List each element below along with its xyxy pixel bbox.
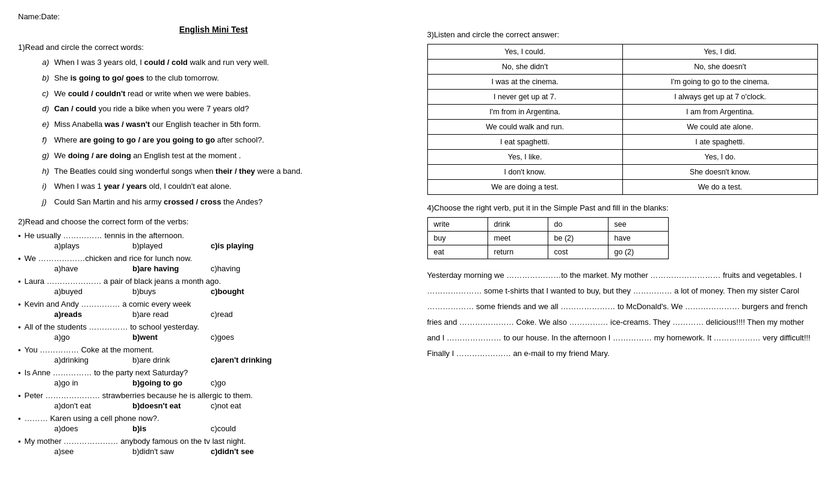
verb-cell: buy [427, 232, 488, 245]
verb-cell: eat [427, 245, 488, 259]
table-cell: Yes, I do. [622, 150, 817, 165]
mc-option: b)are drink [132, 355, 193, 364]
verb-cell: have [608, 232, 668, 245]
table-row: Yes, I could.Yes, I did. [427, 45, 818, 60]
table-cell: No, she didn't [427, 60, 622, 75]
mc-option: b)didn't saw [132, 447, 193, 456]
table-cell: I am from Argentina. [622, 105, 817, 120]
table-row: Yes, I like.Yes, I do. [427, 150, 818, 165]
mc-option: a)drinking [54, 355, 114, 364]
mc-item: •You …………… Coke at the moment.a)drinking… [18, 345, 409, 364]
table-cell: We are doing a test. [427, 180, 622, 195]
mc-option: c)having [211, 264, 271, 273]
section1-item: i)When I was 1 year / years old, I could… [42, 180, 409, 193]
section1-item: a)When I was 3 years old, I could / cold… [42, 57, 409, 69]
mc-option: b)is [132, 424, 193, 433]
mc-item: •My mother ………………… anybody famous on the… [18, 437, 409, 456]
mc-option: c)not eat [211, 401, 271, 410]
mc-option: c)is playing [211, 241, 271, 250]
section2-heading: 2)Read and choose the correct form of th… [18, 217, 409, 226]
page-title: English Mini Test [18, 25, 409, 34]
section1-item: e)Miss Anabella was / wasn't our English… [42, 118, 409, 131]
mc-option: c)go [211, 378, 271, 387]
mc-option: a)go in [54, 378, 114, 387]
table-row: I'm from in Argentina.I am from Argentin… [427, 105, 818, 120]
mc-option: a)reads [54, 310, 114, 319]
mc-item: •Kevin and Andy …………… a comic every week… [18, 300, 409, 319]
table-cell: Yes, I did. [622, 45, 817, 60]
table-cell: Yes, I like. [427, 150, 622, 165]
section1-heading: 1)Read and circle the correct words: [18, 43, 409, 52]
mc-option: c)could [211, 424, 271, 433]
verb-cell: drink [488, 218, 548, 232]
fill-blanks-text: Yesterday morning we …………………to the marke… [427, 268, 819, 361]
table-cell: Yes, I could. [427, 45, 622, 60]
table-row: We are doing a test.We do a test. [427, 180, 818, 195]
verb-cell: return [488, 245, 548, 259]
table-cell: I don't know. [427, 165, 622, 180]
table-cell: She doesn't know. [622, 165, 817, 180]
mc-option: b)went [132, 333, 193, 342]
section1-item: b)She is going to go/ goes to the club t… [42, 72, 409, 85]
table-row: I don't know.She doesn't know. [427, 165, 818, 180]
mc-option: c)bought [211, 287, 271, 296]
table-cell: I'm going to go to the cinema. [622, 75, 817, 90]
table-cell: I eat spaghetti. [427, 135, 622, 150]
mc-option: a)buyed [54, 287, 114, 296]
table-cell: I was at the cinema. [427, 75, 622, 90]
verb-cell: cost [548, 245, 608, 259]
table-cell: I ate spaghetti. [622, 135, 817, 150]
mc-item: •Laura ………………… a pair of black jeans a m… [18, 277, 409, 296]
verb-cell: go (2) [608, 245, 668, 259]
verb-cell: see [608, 218, 668, 232]
section1-item: c)We could / couldn't read or write when… [42, 88, 409, 100]
mc-option: c)read [211, 310, 271, 319]
section1-item: d)Can / could you ride a bike when you w… [42, 103, 409, 115]
table-cell: I always get up at 7 o'clock. [622, 90, 817, 105]
mc-item: •Peter ………………… strawberries because he i… [18, 391, 409, 410]
table-cell: I'm from in Argentina. [427, 105, 622, 120]
table-row: eatreturncostgo (2) [427, 245, 668, 259]
mc-option: a)plays [54, 241, 114, 250]
section1-list: a)When I was 3 years old, I could / cold… [18, 57, 409, 209]
mc-item: •Is Anne …………… to the party next Saturda… [18, 368, 409, 387]
verb-cell: be (2) [548, 232, 608, 245]
table-row: No, she didn'tNo, she doesn't [427, 60, 818, 75]
mc-option: c)goes [211, 333, 271, 342]
verb-bank-table: writedrinkdoseebuymeetbe (2)haveeatretur… [427, 217, 669, 259]
mc-option: c)aren't drinking [211, 355, 271, 364]
table-cell: We could walk and run. [427, 120, 622, 135]
section1-item: f)Where are going to go / are you going … [42, 134, 409, 147]
table-row: writedrinkdosee [427, 218, 668, 232]
mc-option: a)see [54, 447, 114, 456]
mc-option: a)have [54, 264, 114, 273]
section1-item: h)The Beatles could sing wonderful songs… [42, 165, 409, 178]
mc-item: •We ………………chicken and rice for lunch now… [18, 254, 409, 273]
table-row: I never get up at 7.I always get up at 7… [427, 90, 818, 105]
mc-option: a)don't eat [54, 401, 114, 410]
verb-cell: do [548, 218, 608, 232]
mc-option: b)are having [132, 264, 193, 273]
table-row: buymeetbe (2)have [427, 232, 668, 245]
section3-table: Yes, I could.Yes, I did.No, she didn'tNo… [427, 44, 819, 195]
mc-option: a)does [54, 424, 114, 433]
table-row: I eat spaghetti.I ate spaghetti. [427, 135, 818, 150]
section4-heading: 4)Choose the right verb, put it in the S… [427, 203, 819, 212]
date-label: Date: [41, 12, 60, 21]
mc-option: b)buys [132, 287, 193, 296]
table-row: We could walk and run.We could ate alone… [427, 120, 818, 135]
verb-cell: write [427, 218, 488, 232]
section1-item: g)We doing / are doing an English test a… [42, 150, 409, 162]
section3-heading: 3)Listen and circle the correct answer: [427, 30, 819, 39]
mc-option: c)didn't see [211, 447, 271, 456]
verb-cell: meet [488, 232, 548, 245]
table-cell: No, she doesn't [622, 60, 817, 75]
mc-option: b)played [132, 241, 193, 250]
mc-item: •He usually …………… tennis in the afternoo… [18, 231, 409, 250]
section2-questions: •He usually …………… tennis in the afternoo… [18, 231, 409, 456]
mc-item: •……… Karen using a cell phone now?.a)doe… [18, 414, 409, 433]
table-cell: We do a test. [622, 180, 817, 195]
mc-option: a)go [54, 333, 114, 342]
table-row: I was at the cinema.I'm going to go to t… [427, 75, 818, 90]
section1-item: j)Could San Martin and his army crossed … [42, 196, 409, 209]
